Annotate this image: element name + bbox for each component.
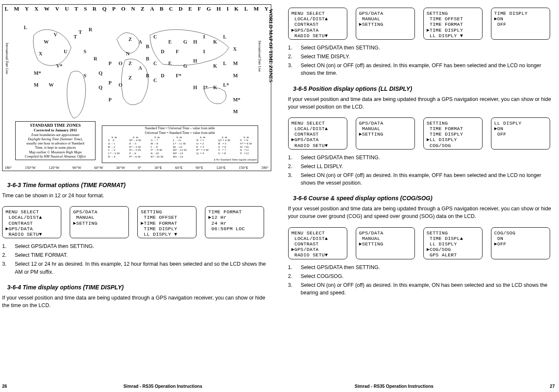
- longitude-label: 120°E: [216, 166, 226, 170]
- timezone-offset-table: Standard Time = Universal Time – value f…: [102, 125, 258, 163]
- zone-letter: Y: [265, 5, 268, 12]
- section-3-6-3-title: 3-6-3 Time format options (TIME FORMAT): [7, 182, 271, 188]
- tz-eq2: Universal Time = Standard Time + value f…: [103, 131, 257, 135]
- map-title: WORLD MAP OF TIME ZONES: [267, 9, 274, 82]
- section-3-6-5-intro: If your vessel position and time data ar…: [288, 95, 557, 111]
- lcd-setting: SETTING TIME OFFSET TIME FORMAT ►TIME DI…: [423, 8, 483, 40]
- lcd-ll-disply: LL DISPLY ►ON OFF: [491, 117, 550, 150]
- lcd-time-disply: TIME DISPLY ►ON OFF: [491, 8, 550, 40]
- zone-letter: T: [74, 5, 78, 12]
- zone-letter: L: [244, 5, 248, 12]
- tz-offset-column: h m L –11 L* –11 30 M –12 M* –12 45 M* –…: [173, 136, 186, 159]
- zone-letter: R: [93, 5, 96, 12]
- longitude-label: 180°: [5, 166, 12, 170]
- zone-letter: F: [198, 5, 201, 12]
- zone-letter: H: [217, 5, 221, 12]
- std-title: STANDARD TIME ZONES: [17, 123, 94, 128]
- section-3-6-4-title: 3-6-4 Time display options (TIME DISPLY): [7, 284, 271, 291]
- section-3-6-5-title: 3-6-5 Position display options (LL DISPL…: [293, 85, 557, 92]
- zone-letter: P: [112, 5, 115, 12]
- tz-offset-column: h m G – 7 H – 8 I – 9 I* – 9 30 K –10 K*…: [151, 136, 164, 159]
- zone-letter: Q: [102, 5, 106, 12]
- standard-time-zones-box: STANDARD TIME ZONES Corrected to January…: [15, 121, 95, 160]
- map-outlines: L X V M* W M W V* U T S T R S R Q Q P P …: [9, 12, 258, 133]
- zone-letter: Z: [141, 5, 145, 12]
- lcd-row-364: MENU SELECT LOCAL/DIST▲ CONTRAST ►GPS/DA…: [288, 8, 557, 40]
- tz-eq1: Standard Time = Universal Time – value f…: [103, 127, 257, 131]
- footer-left: 26 Simrad - RS35 Operation Instructions: [2, 384, 269, 389]
- zone-letter: A: [150, 5, 154, 12]
- section-3-6-4-intro: If your vessel position and time data ar…: [2, 294, 271, 309]
- lcd-gps-data: GPS/DATA MANUAL ►SETTING: [356, 227, 415, 259]
- step-text: Select LL DISPLY.: [301, 163, 557, 170]
- zone-letter: O: [121, 5, 125, 12]
- zone-letter: W: [44, 5, 49, 12]
- zone-letter: C: [169, 5, 173, 12]
- zone-letter: G: [207, 5, 211, 12]
- lcd-gps-data: GPS/DATA MANUAL ►SETTING: [356, 8, 415, 40]
- lcd-setting: SETTING TIME FORMAT TIME DISPLY ►LL DISP…: [423, 117, 483, 150]
- page-27: MENU SELECT LOCAL/DIST▲ CONTRAST ►GPS/DA…: [280, 0, 559, 392]
- page-26: WORLD MAP OF TIME ZONES International Da…: [0, 0, 280, 392]
- lcd-menu-select: MENU SELECT LOCAL/DIST▲ CONTRAST ►GPS/DA…: [288, 8, 347, 40]
- zone-letter: E: [188, 5, 192, 12]
- footer-right: Simrad - RS35 Operation Instructions 27: [288, 384, 555, 389]
- zone-letter: S: [84, 5, 87, 12]
- section-3-6-3-intro: Time can be shown in 12 or 24 hour forma…: [2, 192, 271, 199]
- std-subtitle: Corrected to January 2011: [17, 128, 94, 133]
- step-text: Select GPS/DATA then SETTING.: [301, 264, 557, 271]
- zone-letter: U: [65, 5, 69, 12]
- tz-offset-column: h m V + 9 V* + 9 30 W +10 X +11 Y +12: [240, 136, 252, 159]
- page-number: 27: [550, 384, 555, 389]
- zone-letter: Y: [25, 5, 29, 12]
- tz-offset-column: h m N + 1 O + 2 P + 3 P* + 3 30 Q + 4: [196, 136, 209, 159]
- step-text: Select GPS/DATA then SETTING.: [301, 154, 557, 161]
- longitude-label: 150°E: [239, 166, 248, 170]
- zone-letter: V: [55, 5, 59, 12]
- zone-letter: X: [35, 5, 38, 12]
- std-line: Daylight Saving Time (Summer Time),: [17, 137, 94, 141]
- lcd-setting: SETTING TIME OFFSET ►TIME FORMAT TIME DI…: [137, 206, 196, 238]
- steps-363: 1.Select GPS/DATA then SETTING. 2.Select…: [2, 242, 271, 277]
- lcd-setting: SETTING TIME DISPL▲ LL DISPLY ►COG/SOG G…: [423, 227, 483, 259]
- footer-title: Simrad - RS35 Operation Instructions: [354, 384, 434, 389]
- step-text: Select ON (on) or OFF (off) as desired. …: [301, 281, 557, 297]
- map-longitudes: 180°150°W120°W90°W60°W30°W0°30°E60°E90°E…: [5, 166, 269, 170]
- step-text: Select ON (on) or OFF (off) as desired. …: [301, 172, 557, 187]
- longitude-label: 90°E: [196, 166, 203, 170]
- zone-letter: L: [5, 5, 8, 12]
- zone-letter: B: [160, 5, 164, 12]
- longitude-label: 60°W: [94, 166, 103, 170]
- zone-letter: D: [179, 5, 183, 12]
- idl-right: International Date Line: [258, 41, 262, 72]
- std-line: Map outline © Mountain High Maps: [17, 150, 94, 154]
- tz-offset-column: h m D* – 4 30 E – 5 E* – 5 30 E† – 5 45 …: [129, 136, 141, 159]
- lcd-row-366: MENU SELECT LOCAL/DIST▲ CONTRAST ►GPS/DA…: [288, 227, 557, 259]
- longitude-label: 30°W: [116, 166, 125, 170]
- zone-letter: I: [226, 5, 229, 12]
- longitude-label: 30°E: [154, 166, 162, 170]
- footer-title: Simrad - RS35 Operation Instructions: [123, 384, 202, 389]
- tz-offset-column: h m Z 0 A – 1 B – 2 C – 3 C* – 3 30 D – …: [108, 136, 119, 159]
- section-3-6-6-intro: If your vessel position and time data ar…: [288, 205, 557, 220]
- step-text: Select GPS/DATA then SETTING.: [15, 242, 271, 250]
- step-text: Select COG/SOG.: [301, 272, 557, 280]
- lcd-gps-data: GPS/DATA MANUAL ►SETTING: [356, 117, 415, 150]
- std-line: Zone boundaries are approximate: [17, 133, 94, 137]
- longitude-label: 120°W: [49, 166, 60, 170]
- lcd-cog-sog: COG/SOG ON ►OFF: [491, 227, 550, 259]
- steps-364: 1.Select GPS/DATA then SETTING. 2.Select…: [288, 44, 557, 79]
- tz-footnote: § No Standard Time legally adopted: [103, 158, 257, 162]
- longitude-label: 90°W: [72, 166, 81, 170]
- idl-left: International Date Line: [5, 43, 9, 74]
- longitude-label: 180°: [261, 166, 268, 170]
- zone-letter: N: [131, 5, 135, 12]
- std-line: usually one hour in advance of Standard: [17, 141, 94, 145]
- std-line: Time, is kept in some places: [17, 145, 94, 150]
- zone-letter: M: [254, 5, 259, 12]
- section-3-6-6-title: 3-6-6 Course & speed display options (CO…: [293, 195, 557, 201]
- step-text: Select TIME FORMAT.: [15, 251, 271, 259]
- lcd-menu-select: MENU SELECT LOCAL/DIST▲ CONTRAST ►GPS/DA…: [288, 227, 347, 259]
- step-text: Select 12 or 24 hr as desired. In this e…: [15, 260, 271, 275]
- step-text: Select GPS/DATA then SETTING.: [301, 44, 557, 52]
